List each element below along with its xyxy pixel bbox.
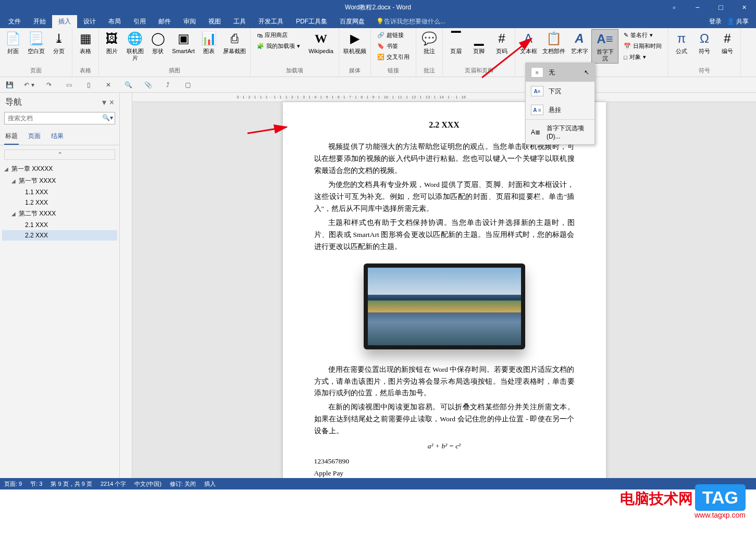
ribbon-insert: 📄封面 📃空白页 ⤓分页 页面 ▦表格 表格 🖼图片 🌐联机图片 ◯形状 ▣Sm… bbox=[0, 28, 756, 77]
minimize-button[interactable]: − bbox=[686, 0, 709, 15]
footer-button[interactable]: ▁页脚 bbox=[468, 29, 490, 56]
signature-line-button[interactable]: ✎ 签名行 ▾ bbox=[622, 30, 664, 40]
table-button[interactable]: ▦表格 bbox=[75, 29, 96, 56]
quick-parts-button[interactable]: 📋文档部件 bbox=[540, 29, 567, 56]
nav-node[interactable]: 1.1 XXX bbox=[2, 187, 117, 197]
tab-references[interactable]: 引用 bbox=[127, 15, 152, 28]
tab-file[interactable]: 文件 bbox=[2, 15, 27, 28]
tab-baidu[interactable]: 百度网盘 bbox=[333, 15, 371, 28]
page-number-button[interactable]: #页码 bbox=[491, 29, 513, 56]
ribbon-tabs: 文件 开始 插入 设计 布局 引用 邮件 审阅 视图 工具 开发工具 PDF工具… bbox=[0, 15, 756, 28]
qat-button[interactable]: ✕ bbox=[103, 80, 114, 90]
hyperlink-button[interactable]: 🔗 超链接 bbox=[375, 30, 412, 40]
collapse-all-button[interactable]: ⌃ bbox=[4, 149, 115, 160]
qat-button[interactable]: ▭ bbox=[64, 80, 74, 90]
bookmark-button[interactable]: 🔖 书签 bbox=[375, 41, 412, 51]
number-button[interactable]: #编号 bbox=[716, 29, 738, 56]
redo-button[interactable]: ↷ bbox=[44, 80, 54, 90]
pictures-button[interactable]: 🖼图片 bbox=[101, 29, 123, 56]
nav-tab-pages[interactable]: 页面 bbox=[27, 129, 42, 145]
tab-developer[interactable]: 开发工具 bbox=[252, 15, 290, 28]
maximize-button[interactable]: □ bbox=[709, 0, 733, 15]
online-pictures-button[interactable]: 🌐联机图片 bbox=[124, 29, 146, 62]
wikipedia-button[interactable]: WWikipedia bbox=[305, 29, 337, 56]
search-icon[interactable]: 🔍▾ bbox=[102, 114, 113, 121]
my-addins-button[interactable]: 🧩 我的加载项 ▾ bbox=[255, 41, 302, 51]
dropcap-margin-item[interactable]: A ≡ 悬挂 bbox=[526, 101, 594, 119]
nav-node[interactable]: ◢第一章 XXXXX bbox=[2, 163, 117, 175]
page-break-button[interactable]: ⤓分页 bbox=[48, 29, 70, 56]
equation: a² + b² = c² bbox=[314, 441, 575, 453]
status-language[interactable]: 中文(中国) bbox=[134, 480, 161, 488]
qat-button[interactable]: ⤴ bbox=[163, 80, 173, 90]
share-button[interactable]: 👤 共享 bbox=[727, 17, 749, 26]
tab-view[interactable]: 视图 bbox=[202, 15, 227, 28]
undo-button[interactable]: ↶ ▾ bbox=[24, 80, 34, 90]
dropcap-dropped-item[interactable]: A≡ 下沉 bbox=[526, 82, 594, 101]
qat-button[interactable]: 🔍 bbox=[123, 80, 133, 90]
status-insert-mode[interactable]: 插入 bbox=[204, 480, 216, 488]
save-button[interactable]: 💾 bbox=[4, 80, 15, 90]
qat-button[interactable]: ▯ bbox=[83, 80, 94, 90]
nav-node[interactable]: 1.2 XXX bbox=[2, 197, 117, 208]
nav-dropdown-icon[interactable]: ▾ bbox=[102, 97, 106, 107]
nav-close-button[interactable]: × bbox=[109, 98, 114, 107]
tab-mailings[interactable]: 邮件 bbox=[152, 15, 177, 28]
tab-layout[interactable]: 布局 bbox=[102, 15, 127, 28]
online-video-button[interactable]: ▶联机视频 bbox=[341, 29, 368, 56]
wordart-button[interactable]: A艺术字 bbox=[568, 29, 590, 56]
dropcap-margin-icon: A ≡ bbox=[531, 105, 543, 115]
tab-tools[interactable]: 工具 bbox=[227, 15, 252, 28]
vertical-ruler[interactable] bbox=[120, 93, 132, 478]
cross-reference-button[interactable]: 🔀 交叉引用 bbox=[375, 52, 412, 62]
tab-design[interactable]: 设计 bbox=[77, 15, 102, 28]
smartart-button[interactable]: ▣SmartArt bbox=[170, 29, 197, 56]
tab-pdf[interactable]: PDF工具集 bbox=[290, 15, 333, 28]
document-scroll[interactable]: 3 · 1 · 2 · 1 · 1 · 1 · · 1 · 1 · 1 · 2 … bbox=[132, 93, 756, 478]
login-link[interactable]: 登录 bbox=[709, 17, 722, 26]
title-bar: Word教程2.docx - Word ▫ − □ × bbox=[0, 0, 756, 15]
search-input[interactable] bbox=[4, 112, 115, 124]
nav-node-selected[interactable]: 2.2 XXX bbox=[2, 230, 117, 241]
dropcap-none-item[interactable]: ≡ 无 ↖ bbox=[526, 63, 594, 82]
dropcap-options-item[interactable]: A≣ 首字下沉选项(D)... bbox=[526, 120, 594, 144]
nav-tab-results[interactable]: 结果 bbox=[50, 129, 65, 145]
tell-me-input[interactable]: 💡 告诉我您想要做什么... bbox=[376, 17, 445, 26]
equation-button[interactable]: π公式 bbox=[671, 29, 692, 56]
store-button[interactable]: 🛍 应用商店 bbox=[255, 30, 302, 40]
blank-page-button[interactable]: 📃空白页 bbox=[25, 29, 47, 56]
dropcap-dropped-icon: A≡ bbox=[531, 86, 543, 96]
screenshot-button[interactable]: ⎙屏幕截图 bbox=[221, 29, 248, 56]
landscape-image[interactable] bbox=[364, 263, 525, 349]
nav-node[interactable]: ◢第二节 XXXX bbox=[2, 208, 117, 220]
horizontal-ruler[interactable]: 3 · 1 · 2 · 1 · 1 · 1 · · 1 · 1 · 1 · 2 … bbox=[132, 93, 756, 102]
document-page[interactable]: 2.2 XXX 视频提供了功能强大的方法帮助您证明您的观点。当您单击联机视频时，… bbox=[283, 102, 606, 478]
tab-review[interactable]: 审阅 bbox=[177, 15, 202, 28]
qat-button[interactable]: ▢ bbox=[182, 80, 193, 90]
tab-home[interactable]: 开始 bbox=[27, 15, 52, 28]
object-button[interactable]: □ 对象 ▾ bbox=[622, 52, 664, 62]
status-words[interactable]: 2214 个字 bbox=[101, 480, 127, 488]
status-track-changes[interactable]: 修订: 关闭 bbox=[170, 480, 196, 488]
shapes-button[interactable]: ◯形状 bbox=[147, 29, 169, 56]
ribbon-display-options-icon[interactable]: ▫ bbox=[662, 0, 686, 15]
header-button[interactable]: ▔页眉 bbox=[445, 29, 467, 56]
status-pages[interactable]: 第 9 页，共 9 页 bbox=[51, 480, 92, 488]
cover-page-button[interactable]: 📄封面 bbox=[2, 29, 24, 56]
dropcap-button[interactable]: A≡首字下沉 bbox=[591, 29, 618, 64]
comment-button[interactable]: 💬批注 bbox=[418, 29, 440, 56]
status-section[interactable]: 节: 3 bbox=[30, 480, 42, 488]
textbox-button[interactable]: A文本框 bbox=[517, 29, 539, 56]
screenshot-icon: ⎙ bbox=[226, 30, 243, 47]
nav-node[interactable]: 2.1 XXX bbox=[2, 220, 117, 230]
tab-insert[interactable]: 插入 bbox=[52, 15, 77, 28]
symbol-button[interactable]: Ω符号 bbox=[693, 29, 715, 56]
close-button[interactable]: × bbox=[733, 0, 756, 15]
text-line: Apple Pay bbox=[314, 468, 575, 478]
nav-tab-headings[interactable]: 标题 bbox=[4, 129, 19, 145]
status-page[interactable]: 页面: 9 bbox=[4, 480, 22, 488]
nav-node[interactable]: ◢第一节 XXXX bbox=[2, 175, 117, 187]
qat-button[interactable]: 📎 bbox=[143, 80, 153, 90]
date-time-button[interactable]: 📅 日期和时间 bbox=[622, 41, 664, 51]
chart-button[interactable]: 📊图表 bbox=[198, 29, 220, 56]
